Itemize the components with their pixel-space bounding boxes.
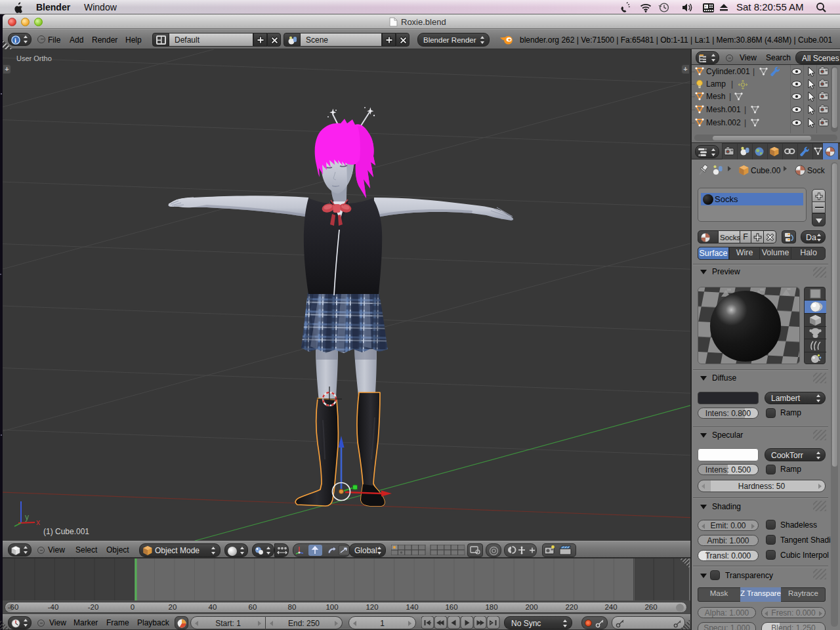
svg-text:y: y <box>25 513 29 522</box>
svg-text:i: i <box>14 37 16 44</box>
svg-text:x: x <box>36 518 40 527</box>
